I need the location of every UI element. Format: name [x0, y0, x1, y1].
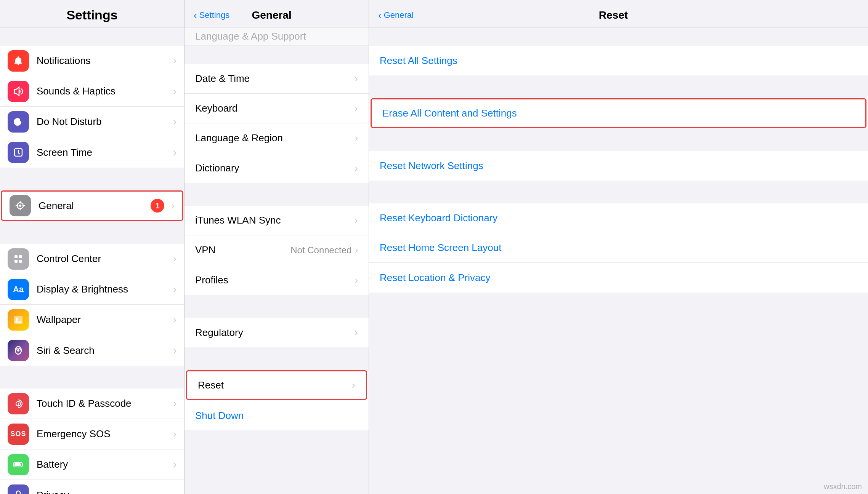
reset-back-chevron-icon: ‹	[378, 10, 382, 20]
sounds-chevron: ›	[173, 85, 176, 97]
profiles-label: Profiles	[195, 274, 355, 286]
vpn-chevron: ›	[355, 244, 358, 256]
notifications-chevron: ›	[173, 55, 176, 67]
settings-row-touchid[interactable]: Touch ID & Passcode ›	[0, 388, 184, 419]
siri-label: Siri & Search	[37, 345, 170, 357]
reset-row-all-settings[interactable]: Reset All Settings	[369, 46, 868, 75]
settings-row-battery[interactable]: Battery ›	[0, 449, 184, 480]
language-label: Language & Region	[195, 132, 355, 144]
general-group-2: iTunes WLAN Sync › VPN Not Connected › P…	[185, 206, 369, 295]
general-header: ‹ Settings General	[185, 0, 369, 27]
reset-row-network[interactable]: Reset Network Settings	[369, 151, 868, 181]
reset-row-keyboard[interactable]: Reset Keyboard Dictionary	[369, 203, 868, 233]
general-back-label: Settings	[199, 10, 230, 20]
settings-header: Settings	[0, 0, 184, 27]
keyboard-chevron: ›	[355, 102, 358, 114]
watermark: wsxdn.com	[824, 482, 862, 491]
general-chevron: ›	[171, 200, 175, 212]
general-row-shutdown[interactable]: Shut Down	[185, 401, 369, 430]
general-list: Language & App Support Date & Time › Key…	[185, 27, 369, 494]
reset-label: Reset	[198, 379, 352, 391]
general-nav-title: General	[252, 9, 291, 21]
settings-row-notifications[interactable]: Notifications ›	[0, 46, 184, 76]
general-row-regulatory[interactable]: Regulatory ›	[185, 318, 369, 347]
screentime-icon	[8, 142, 29, 163]
privacy-icon	[8, 484, 29, 494]
screentime-label: Screen Time	[37, 147, 170, 158]
settings-row-sounds[interactable]: Sounds & Haptics ›	[0, 76, 184, 107]
reset-group-1: Reset All Settings	[369, 46, 868, 75]
profiles-chevron: ›	[355, 274, 358, 286]
touchid-icon	[8, 393, 29, 414]
reset-chevron: ›	[352, 379, 355, 391]
svg-point-10	[17, 349, 19, 352]
datetime-chevron: ›	[355, 73, 358, 85]
svg-rect-7	[14, 316, 22, 324]
sos-icon: SOS	[8, 424, 29, 445]
svg-point-8	[16, 318, 18, 320]
reset-header: ‹ General Reset	[369, 0, 868, 27]
sos-chevron: ›	[173, 428, 176, 440]
general-row-language[interactable]: Language & Region ›	[185, 123, 369, 153]
general-row-itunes[interactable]: iTunes WLAN Sync ›	[185, 206, 369, 235]
battery-chevron: ›	[173, 459, 176, 470]
datetime-label: Date & Time	[195, 73, 355, 85]
svg-rect-5	[14, 260, 18, 263]
svg-rect-3	[14, 255, 18, 258]
dnd-icon	[8, 111, 29, 133]
svg-rect-12	[14, 463, 21, 466]
battery-label: Battery	[37, 459, 170, 470]
reset-back-button[interactable]: ‹ General	[378, 10, 414, 20]
display-chevron: ›	[173, 283, 176, 295]
sounds-icon	[8, 81, 29, 102]
general-row-reset[interactable]: Reset ›	[186, 370, 367, 400]
notifications-label: Notifications	[37, 55, 170, 67]
controlcenter-label: Control Center	[37, 253, 170, 265]
dictionary-chevron: ›	[355, 162, 358, 174]
reset-row-erase-all[interactable]: Erase All Content and Settings	[371, 98, 866, 128]
notifications-icon	[8, 50, 29, 72]
svg-rect-13	[22, 464, 23, 466]
general-back-button[interactable]: ‹ Settings	[194, 10, 229, 20]
general-row-profiles[interactable]: Profiles ›	[185, 265, 369, 295]
controlcenter-chevron: ›	[173, 253, 176, 265]
vpn-value: Not Connected	[290, 245, 351, 256]
settings-group-3: Control Center › Aa Display & Brightness…	[0, 244, 184, 366]
reset-row-homescreen[interactable]: Reset Home Screen Layout	[369, 233, 868, 263]
general-group-4: Reset › Shut Down	[185, 370, 369, 430]
dnd-label: Do Not Disturb	[37, 116, 170, 128]
settings-row-display[interactable]: Aa Display & Brightness ›	[0, 274, 184, 305]
controlcenter-icon	[8, 248, 29, 270]
privacy-label: Privacy	[37, 489, 170, 494]
touchid-label: Touch ID & Passcode	[37, 398, 170, 409]
siri-icon	[8, 340, 29, 361]
wallpaper-icon	[8, 309, 29, 331]
settings-row-general[interactable]: General 1 ›	[1, 190, 183, 221]
settings-row-sos[interactable]: SOS Emergency SOS ›	[0, 419, 184, 449]
general-row-keyboard[interactable]: Keyboard ›	[185, 94, 369, 123]
settings-row-dnd[interactable]: Do Not Disturb ›	[0, 107, 184, 137]
touchid-chevron: ›	[173, 398, 176, 409]
general-row-datetime[interactable]: Date & Time ›	[185, 64, 369, 94]
sos-label: Emergency SOS	[37, 428, 170, 440]
itunes-label: iTunes WLAN Sync	[195, 214, 355, 226]
general-partial-top: Language & App Support	[185, 27, 369, 46]
settings-row-wallpaper[interactable]: Wallpaper ›	[0, 305, 184, 335]
settings-group-2: General 1 ›	[0, 190, 184, 221]
itunes-chevron: ›	[355, 214, 358, 226]
general-row-dictionary[interactable]: Dictionary ›	[185, 153, 369, 183]
reset-row-location[interactable]: Reset Location & Privacy	[369, 263, 868, 293]
settings-group-4: Touch ID & Passcode › SOS Emergency SOS …	[0, 388, 184, 494]
general-row-vpn[interactable]: VPN Not Connected ›	[185, 235, 369, 265]
settings-row-siri[interactable]: Siri & Search ›	[0, 335, 184, 366]
display-label: Display & Brightness	[37, 283, 170, 295]
reset-homescreen-label: Reset Home Screen Layout	[380, 242, 501, 254]
display-icon: Aa	[8, 279, 29, 300]
settings-row-privacy[interactable]: Privacy ›	[0, 480, 184, 494]
settings-column: Settings Notifications ›	[0, 0, 185, 494]
general-partial-label: Language & App Support	[195, 30, 306, 42]
settings-row-controlcenter[interactable]: Control Center ›	[0, 244, 184, 274]
battery-icon	[8, 454, 29, 475]
settings-row-screentime[interactable]: Screen Time ›	[0, 137, 184, 168]
dnd-chevron: ›	[173, 116, 176, 128]
